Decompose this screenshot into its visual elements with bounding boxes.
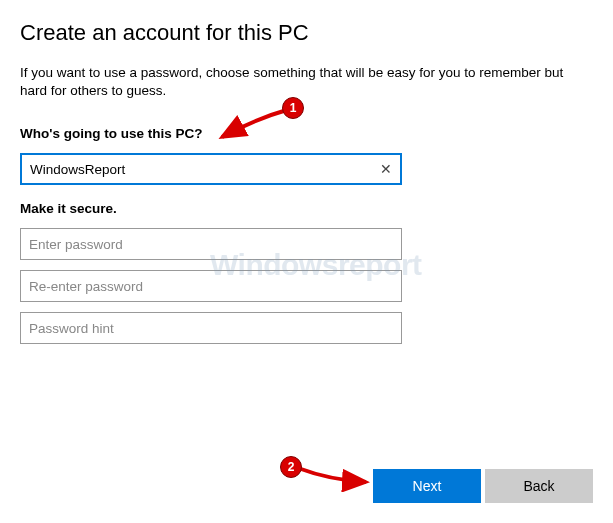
button-row: Next Back [373, 469, 593, 503]
password-section-label: Make it secure. [20, 201, 593, 216]
username-section-label: Who's going to use this PC? [20, 126, 593, 141]
arrow-icon [280, 452, 380, 492]
password-hint-input[interactable] [20, 312, 402, 344]
close-icon: ✕ [380, 161, 392, 177]
password-confirm-input[interactable] [20, 270, 402, 302]
back-button[interactable]: Back [485, 469, 593, 503]
username-input[interactable] [20, 153, 402, 185]
annotation-badge-2: 2 [280, 456, 302, 478]
annotation-2: 2 [280, 452, 380, 492]
page-title: Create an account for this PC [20, 20, 593, 46]
password-input[interactable] [20, 228, 402, 260]
page-subtitle: If you want to use a password, choose so… [20, 64, 593, 100]
next-button[interactable]: Next [373, 469, 481, 503]
clear-username-button[interactable]: ✕ [372, 155, 400, 183]
